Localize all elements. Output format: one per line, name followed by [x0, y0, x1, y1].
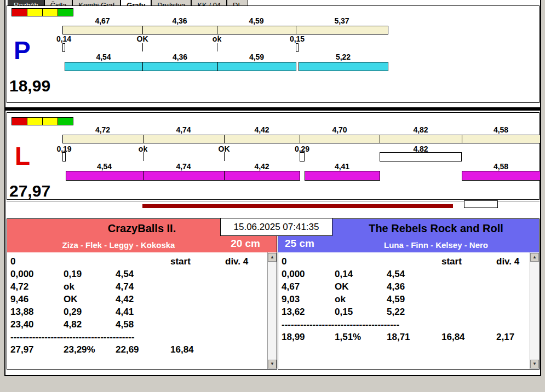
split-time-label: 4,74 [176, 125, 191, 134]
split-bar-segment [62, 135, 144, 143]
tab-rozb-h[interactable]: Rozběh [8, 0, 44, 5]
change-label: OK [137, 34, 148, 43]
table-row: 0,0000,194,54 [10, 269, 267, 281]
table-cell: 16,84 [441, 332, 496, 344]
change-label: 0,15 [290, 34, 305, 43]
table-row: 0,0000,144,54 [282, 269, 530, 281]
table-cell [170, 294, 225, 307]
lane-letter: P [14, 38, 31, 63]
status-light [27, 117, 43, 125]
table-cell: 5,22 [387, 307, 441, 319]
table-cell [496, 269, 530, 281]
table-cell [225, 281, 267, 294]
tab-dl[interactable]: DL [227, 0, 248, 5]
split-time-label: 4,58 [494, 125, 508, 134]
table-row: 13,880,294,41 [10, 307, 267, 319]
table-cell: 4,54 [116, 269, 170, 281]
table-cell [496, 294, 530, 307]
table-cell: 13,62 [282, 307, 335, 319]
change-tick [142, 43, 143, 51]
separator-line [7, 201, 540, 202]
table-cell [496, 281, 530, 294]
table-cell: start [441, 256, 496, 269]
lane-total: 27,97 [9, 183, 50, 199]
split-time-label: 4,70 [332, 125, 347, 134]
scroll-up-button[interactable]: ▲ [268, 253, 277, 262]
team-panel-left: CrazyBalls II. Ziza - Flek - Leggy - Kok… [7, 218, 277, 370]
status-light [27, 8, 43, 16]
dog-time-label: 4,58 [494, 162, 508, 171]
split-time-label: 4,82 [413, 125, 428, 134]
dog-time-label: 4,42 [254, 162, 269, 171]
table-cell [170, 319, 225, 332]
table-cell: 1,51% [335, 332, 387, 344]
table-cell: div. 4 [496, 256, 530, 269]
table-cell: 4,41 [116, 307, 170, 319]
change-label: ok [213, 34, 221, 43]
table-cell: 0,19 [64, 269, 116, 281]
lane-letter: L [15, 143, 30, 169]
table-cell: 4,82 [64, 319, 116, 332]
table-cell: 0,29 [64, 307, 116, 319]
dog-bar-segment [142, 62, 218, 71]
lane-panel-p: 4,674,364,595,370,14OKok0,154,544,364,59… [7, 5, 540, 103]
table-cell: 4,74 [116, 281, 170, 294]
table-row: 9,03ok4,59 [282, 294, 530, 307]
split-time-label: 4,72 [95, 125, 110, 134]
split-bar-segment [224, 135, 300, 143]
dog-bar-segment [305, 171, 380, 181]
progress-marker-box [464, 200, 498, 208]
team-right-scrollbar[interactable]: ▲ ▼ [530, 252, 539, 369]
tab-kombi-graf[interactable]: Kombi Graf [72, 0, 121, 5]
table-cell [225, 294, 267, 307]
table-cell: 0,000 [282, 269, 335, 281]
table-cell: 2,17 [496, 332, 530, 344]
dog-bar-segment [66, 171, 144, 181]
table-cell: 23,29% [64, 344, 116, 357]
scroll-down-icon: ▼ [532, 361, 537, 366]
app-screen: RozběhČidlaKombi GrafGrafyDružstvaKK / 0… [0, 0, 545, 392]
split-bar-segment [217, 26, 296, 34]
tab-kk-04[interactable]: KK / 04 [191, 0, 227, 5]
scroll-down-button[interactable]: ▼ [530, 360, 539, 368]
scroll-up-icon: ▲ [532, 255, 537, 260]
team-right-results-table[interactable]: 0startdiv. 40,0000,144,544,67OK4,369,03o… [278, 252, 530, 369]
table-cell: 0,15 [335, 307, 387, 319]
table-cell [170, 281, 225, 294]
dog-time-label: 4,36 [173, 53, 187, 61]
table-cell [335, 256, 387, 269]
table-cell: 16,84 [170, 344, 225, 357]
table-row: 0startdiv. 4 [10, 256, 267, 269]
split-time-label: 4,42 [254, 125, 269, 134]
change-gap-box [300, 152, 305, 162]
split-bar-segment [380, 135, 462, 143]
tab-dru-stva[interactable]: Družstva [151, 0, 191, 5]
table-cell: 4,72 [10, 281, 64, 294]
table-cell: 0,000 [10, 269, 64, 281]
table-cell: OK [64, 294, 116, 307]
team-left-results-table[interactable]: 0startdiv. 40,0000,194,544,72ok4,749,46O… [7, 252, 267, 369]
team-right-name: The Rebels Rock and Roll [333, 222, 539, 235]
progress-bar [142, 204, 453, 208]
status-light [58, 8, 73, 16]
dog-bar-segment [462, 171, 541, 181]
dog-time-label: 4,59 [249, 53, 264, 61]
table-cell [441, 294, 496, 307]
table-cell [64, 256, 116, 269]
status-lights [12, 117, 73, 128]
team-left-scrollbar[interactable]: ▲ ▼ [267, 252, 277, 369]
table-cell: 22,69 [116, 344, 170, 357]
dog-bar-segment [217, 62, 296, 71]
scroll-down-button[interactable]: ▼ [268, 360, 277, 368]
table-cell [496, 307, 530, 319]
timestamp-text: 15.06.2025 07:41:35 [234, 222, 319, 232]
split-bar-segment [143, 135, 225, 143]
table-cell: 4,42 [116, 294, 170, 307]
tab-idla[interactable]: Čidla [44, 0, 73, 5]
scroll-up-button[interactable]: ▲ [530, 253, 539, 262]
table-cell: 18,99 [282, 332, 335, 344]
split-time-label: 4,59 [249, 16, 263, 25]
tab-grafy[interactable]: Grafy [121, 0, 151, 5]
split-time-label: 4,36 [172, 16, 187, 25]
table-row: 0startdiv. 4 [282, 256, 530, 269]
